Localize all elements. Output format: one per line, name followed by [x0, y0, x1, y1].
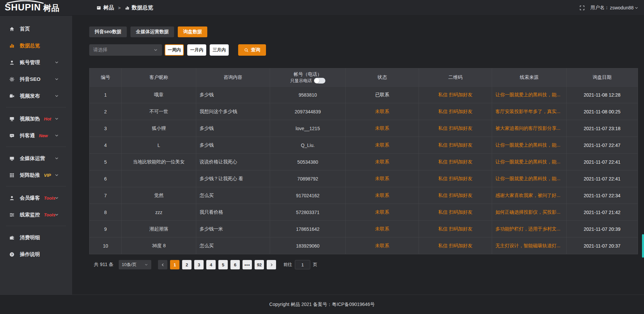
- goto-page-input[interactable]: [295, 260, 310, 269]
- sidebar-item[interactable]: 全媒体运营: [0, 150, 72, 167]
- scan-add-friend-link[interactable]: 扫码加好友: [449, 243, 472, 248]
- phone-toggle-label: 只显示电话: [290, 77, 312, 84]
- page-size-value: 10条/页: [122, 262, 137, 268]
- fullscreen-icon[interactable]: [579, 5, 585, 11]
- cell-qr: 私信 扫码加好友: [419, 87, 492, 103]
- sidebar-item[interactable]: 视频加热Hot: [0, 110, 72, 127]
- member-icon: [9, 195, 15, 201]
- page-button[interactable]: 6: [230, 260, 240, 269]
- cell-source: 客厅安装投影半年多了，真实...: [492, 103, 567, 120]
- tab-button[interactable]: 抖音seo数据: [89, 27, 127, 37]
- lead-source-link[interactable]: 如何正确选择投影仪，买投影...: [495, 209, 560, 215]
- footer: Copyright 树品 2021 备案号：粤ICP备09019646号: [0, 295, 644, 314]
- goto-label: 前往: [283, 262, 292, 268]
- lead-source-link[interactable]: 让你一眼就爱上的黑科技，能...: [495, 159, 560, 164]
- lead-source-link[interactable]: 让你一眼就爱上的黑科技，能...: [495, 176, 560, 181]
- dm-link[interactable]: 私信: [438, 159, 448, 164]
- breadcrumb-item[interactable]: 树品: [96, 4, 114, 11]
- lead-source-link[interactable]: 感谢大家喜欢我家，被问了好...: [495, 193, 560, 198]
- sidebar-item[interactable]: 抖客通New: [0, 127, 72, 144]
- column-header: 线索来源: [492, 68, 567, 87]
- sidebar-item[interactable]: 线索监控Tools: [0, 206, 72, 223]
- scan-add-friend-link[interactable]: 扫码加好友: [449, 142, 472, 148]
- lead-source-link[interactable]: 让你一眼就爱上的黑科技，能...: [495, 142, 560, 148]
- sidebar-item[interactable]: 抖音SEO: [0, 71, 72, 88]
- bar-chart-icon: [9, 43, 15, 49]
- username-menu[interactable]: 用户名：zswodun88: [590, 5, 639, 11]
- search-button[interactable]: 查询: [238, 44, 266, 56]
- page-button[interactable]: 92: [255, 260, 264, 269]
- phone-only-toggle[interactable]: [314, 78, 325, 84]
- logo-text-cn: 树品: [43, 4, 59, 12]
- scan-add-friend-link[interactable]: 扫码加好友: [449, 193, 472, 198]
- filter-select[interactable]: 请选择: [89, 44, 162, 56]
- scan-add-friend-link[interactable]: 扫码加好友: [449, 159, 472, 164]
- sidebar-item-label: 抖音SEO: [20, 76, 41, 83]
- sidebar-item[interactable]: 消费明细: [0, 229, 72, 246]
- scan-add-friend-link[interactable]: 扫码加好友: [449, 109, 472, 114]
- period-button[interactable]: 一月内: [187, 44, 206, 56]
- table-row: 8zzz我只看价格572803371未联系私信 扫码加好友如何正确选择投影仪，买…: [90, 204, 638, 221]
- sidebar-item[interactable]: 数据总览: [0, 37, 72, 54]
- chevron-down-icon: [144, 263, 148, 267]
- prev-page-button[interactable]: [158, 260, 167, 269]
- cell-date: 2021-11-07 22:41: [567, 154, 638, 170]
- table-row: 1036度 8怎么买183929060未联系私信 扫码加好友无主灯设计，智能磁吸…: [90, 238, 638, 254]
- period-button[interactable]: 一周内: [165, 44, 184, 56]
- sidebar-item[interactable]: 账号管理: [0, 54, 72, 71]
- dm-link[interactable]: 私信: [438, 209, 448, 215]
- page-size-select[interactable]: 10条/页: [119, 260, 151, 269]
- dm-link[interactable]: 私信: [438, 243, 448, 248]
- lead-source-link[interactable]: 多功能护栏灯，适用于乡村文...: [495, 226, 560, 231]
- sidebar-item[interactable]: 会员爆客Tools: [0, 190, 72, 206]
- cell-content: 多少钱: [196, 87, 270, 103]
- page-button[interactable]: 5: [218, 260, 228, 269]
- lead-source-link[interactable]: 让你一眼就爱上的黑科技，能...: [495, 92, 560, 97]
- status-text: 未联系: [375, 125, 389, 131]
- chevron-down-icon: [634, 6, 639, 10]
- dm-link[interactable]: 私信: [438, 125, 448, 131]
- page-button[interactable]: 1: [170, 260, 179, 269]
- main-content: 抖音seo数据全媒体运营数据询盘数据 请选择 一周内一月内三月内 查询 编号客户…: [72, 16, 644, 295]
- sidebar-item[interactable]: ?操作说明: [0, 246, 72, 263]
- lead-source-link[interactable]: 客厅安装投影半年多了，真实...: [495, 109, 560, 114]
- app-root: SHUPIN 树品 树品>数据总览 用户名：zswodun88 首页数据总览账号…: [0, 0, 644, 314]
- sidebar-item[interactable]: 矩阵助推VIP: [0, 167, 72, 184]
- cell-source: 让你一眼就爱上的黑科技，能...: [492, 154, 567, 170]
- scan-add-friend-link[interactable]: 扫码加好友: [449, 176, 472, 181]
- dm-link[interactable]: 私信: [438, 92, 448, 97]
- lead-source-link[interactable]: 被大家追着问的客厅投影分享...: [495, 125, 560, 131]
- cell-status: 未联系: [346, 154, 419, 170]
- page-button[interactable]: 4: [206, 260, 216, 269]
- sidebar-item[interactable]: 视频发布: [0, 88, 72, 104]
- cell-date: 2021-11-07 20:39: [567, 221, 638, 238]
- scan-add-friend-link[interactable]: 扫码加好友: [449, 226, 472, 231]
- lead-source-link[interactable]: 无主灯设计，智能磁吸轨道灯...: [495, 243, 560, 248]
- cell-content: 怎么买: [196, 238, 270, 254]
- chevron-down-icon: [54, 116, 60, 121]
- page-button[interactable]: 3: [194, 260, 204, 269]
- cell-content: 多少钱？让我死心 看: [196, 170, 270, 187]
- dm-link[interactable]: 私信: [438, 176, 448, 181]
- tab-button[interactable]: 询盘数据: [178, 27, 207, 37]
- dm-link[interactable]: 私信: [438, 109, 448, 114]
- scrollbar-thumb[interactable]: [642, 234, 644, 258]
- breadcrumb-item[interactable]: 数据总览: [125, 4, 153, 11]
- sidebar-item[interactable]: 首页: [0, 20, 72, 37]
- cell-content: 我想问这个多少钱: [196, 103, 270, 120]
- page-button[interactable]: 2: [182, 260, 192, 269]
- dm-link[interactable]: 私信: [438, 193, 448, 198]
- sliders-icon: [9, 212, 15, 218]
- next-page-button[interactable]: [267, 260, 276, 269]
- tab-button[interactable]: 全媒体运营数据: [130, 27, 174, 37]
- scan-add-friend-link[interactable]: 扫码加好友: [449, 92, 472, 97]
- dm-link[interactable]: 私信: [438, 226, 448, 231]
- breadcrumb: 树品>数据总览: [96, 4, 153, 11]
- pagination-ellipsis[interactable]: •••: [243, 260, 252, 269]
- scan-add-friend-link[interactable]: 扫码加好友: [449, 125, 472, 131]
- cell-status: 未联系: [346, 204, 419, 221]
- dm-link[interactable]: 私信: [438, 142, 448, 148]
- period-button[interactable]: 三月内: [210, 44, 229, 56]
- cell-account: 2097344839: [270, 103, 346, 120]
- scan-add-friend-link[interactable]: 扫码加好友: [449, 209, 472, 215]
